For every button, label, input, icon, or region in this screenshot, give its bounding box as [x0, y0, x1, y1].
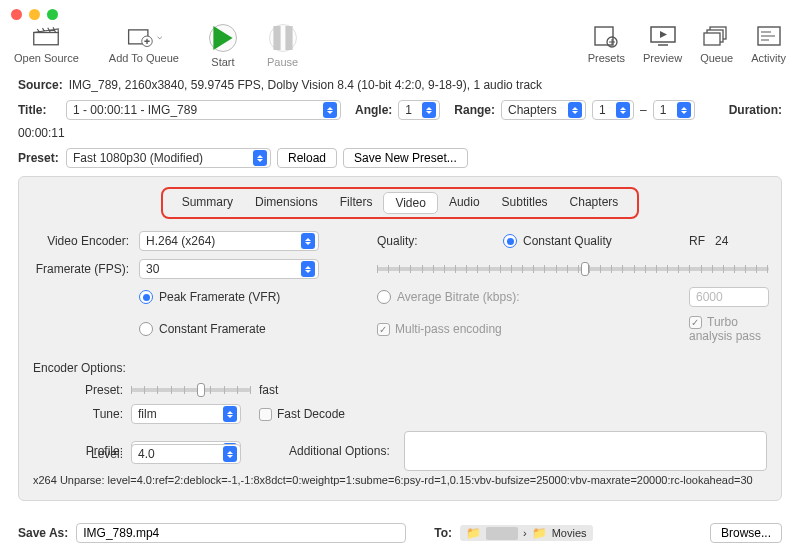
- title-select[interactable]: 1 - 00:00:11 - IMG_789: [66, 100, 341, 120]
- path-folder-name: Movies: [552, 527, 587, 539]
- bitrate-input[interactable]: [689, 287, 769, 307]
- folder-icon: 📁: [532, 526, 547, 540]
- destination-path[interactable]: 📁 ▇▇▇▇ › 📁 Movies: [460, 525, 593, 541]
- video-encoder-select[interactable]: H.264 (x264): [139, 231, 319, 251]
- radio-on-icon: [503, 234, 517, 248]
- updown-icon: [616, 102, 630, 118]
- rf-label: RF: [689, 234, 705, 248]
- preset-select[interactable]: Fast 1080p30 (Modified): [66, 148, 271, 168]
- range-from-select[interactable]: 1: [592, 100, 634, 120]
- save-as-label: Save As:: [18, 526, 68, 540]
- svg-rect-3: [273, 26, 280, 50]
- range-type-select[interactable]: Chapters: [501, 100, 586, 120]
- tune-label: Tune:: [33, 407, 123, 421]
- start-label: Start: [211, 56, 234, 68]
- updown-icon: [323, 102, 337, 118]
- save-new-preset-button[interactable]: Save New Preset...: [343, 148, 468, 168]
- browse-button[interactable]: Browse...: [710, 523, 782, 543]
- updown-icon: [223, 446, 237, 462]
- updown-icon: [253, 150, 267, 166]
- encoder-options-header: Encoder Options:: [33, 361, 767, 375]
- pause-label: Pause: [267, 56, 298, 68]
- updown-icon: [301, 233, 315, 249]
- window-traffic-lights: [0, 0, 800, 20]
- zoom-window[interactable]: [47, 9, 58, 20]
- level-select[interactable]: 4.0: [131, 444, 241, 464]
- constant-quality-radio[interactable]: Constant Quality: [503, 234, 683, 248]
- presets-button[interactable]: Presets: [588, 24, 625, 64]
- pause-button: Pause: [267, 24, 298, 68]
- updown-icon: [568, 102, 582, 118]
- slider-thumb[interactable]: [581, 262, 589, 276]
- svg-rect-4: [285, 26, 292, 50]
- enc-preset-label: Preset:: [33, 383, 123, 397]
- save-as-input[interactable]: [76, 523, 406, 543]
- enc-preset-slider[interactable]: [131, 383, 251, 397]
- pause-icon: [269, 24, 297, 52]
- slider-thumb[interactable]: [197, 383, 205, 397]
- rf-slider[interactable]: [377, 262, 769, 276]
- constant-framerate-radio[interactable]: Constant Framerate: [139, 322, 319, 336]
- source-label: Source:: [18, 78, 63, 92]
- check-icon: [689, 316, 702, 329]
- fast-decode-checkbox[interactable]: Fast Decode: [259, 407, 345, 421]
- clapperboard-icon: [32, 24, 60, 48]
- multipass-checkbox: Multi-pass encoding: [377, 322, 683, 336]
- quality-label: Quality:: [377, 234, 497, 248]
- angle-select[interactable]: 1: [398, 100, 440, 120]
- framerate-select[interactable]: 30: [139, 259, 319, 279]
- play-icon: [209, 24, 237, 52]
- chevron-down-icon[interactable]: ⌵: [157, 31, 162, 41]
- preset-label: Preset:: [18, 151, 60, 165]
- queue-button[interactable]: Queue: [700, 24, 733, 64]
- checkbox-icon: [259, 408, 272, 421]
- radio-off-icon: [139, 322, 153, 336]
- path-hidden: ▇▇▇▇: [486, 527, 518, 540]
- updown-icon: [422, 102, 436, 118]
- video-encoder-label: Video Encoder:: [33, 234, 133, 248]
- tab-chapters[interactable]: Chapters: [559, 192, 630, 214]
- tab-filters[interactable]: Filters: [329, 192, 384, 214]
- radio-on-icon: [139, 290, 153, 304]
- open-source-button[interactable]: Open Source: [14, 24, 79, 68]
- preview-button[interactable]: Preview: [643, 24, 682, 64]
- peak-framerate-radio[interactable]: Peak Framerate (VFR): [139, 290, 319, 304]
- svg-rect-10: [704, 33, 720, 45]
- range-dash: –: [640, 103, 647, 117]
- framerate-label: Framerate (FPS):: [33, 262, 133, 276]
- add-to-queue-button[interactable]: ⌵ Add To Queue: [109, 24, 179, 68]
- source-text: IMG_789, 2160x3840, 59.9745 FPS, Dolby V…: [69, 78, 542, 92]
- presets-icon: [592, 24, 620, 48]
- monitor-play-icon: [649, 24, 677, 48]
- average-bitrate-radio[interactable]: Average Bitrate (kbps):: [377, 290, 683, 304]
- stack-icon: [703, 24, 731, 48]
- radio-off-icon: [377, 290, 391, 304]
- tab-dimensions[interactable]: Dimensions: [244, 192, 329, 214]
- level-label: Level:: [33, 447, 123, 461]
- updown-icon: [223, 406, 237, 422]
- folder-icon: 📁: [466, 526, 481, 540]
- open-source-label: Open Source: [14, 52, 79, 64]
- tune-select[interactable]: film: [131, 404, 241, 424]
- tab-subtitles[interactable]: Subtitles: [491, 192, 559, 214]
- queue-plus-icon: [126, 24, 154, 48]
- duration-label: Duration:: [729, 103, 782, 117]
- tab-summary[interactable]: Summary: [171, 192, 244, 214]
- check-icon: [377, 323, 390, 336]
- duration-value: 00:00:11: [18, 126, 65, 140]
- range-to-select[interactable]: 1: [653, 100, 695, 120]
- additional-options-input[interactable]: [404, 431, 767, 471]
- angle-label: Angle:: [355, 103, 392, 117]
- tab-video[interactable]: Video: [383, 192, 437, 214]
- updown-icon: [677, 102, 691, 118]
- close-window[interactable]: [11, 9, 22, 20]
- minimize-window[interactable]: [29, 9, 40, 20]
- activity-button[interactable]: Activity: [751, 24, 786, 64]
- tab-audio[interactable]: Audio: [438, 192, 491, 214]
- turbo-checkbox: Turbo analysis pass: [689, 315, 769, 343]
- x264-unparse-text: x264 Unparse: level=4.0:ref=2:deblock=-1…: [33, 474, 767, 486]
- reload-button[interactable]: Reload: [277, 148, 337, 168]
- activity-icon: [755, 24, 783, 48]
- tab-bar: Summary Dimensions Filters Video Audio S…: [161, 187, 640, 219]
- start-button[interactable]: Start: [209, 24, 237, 68]
